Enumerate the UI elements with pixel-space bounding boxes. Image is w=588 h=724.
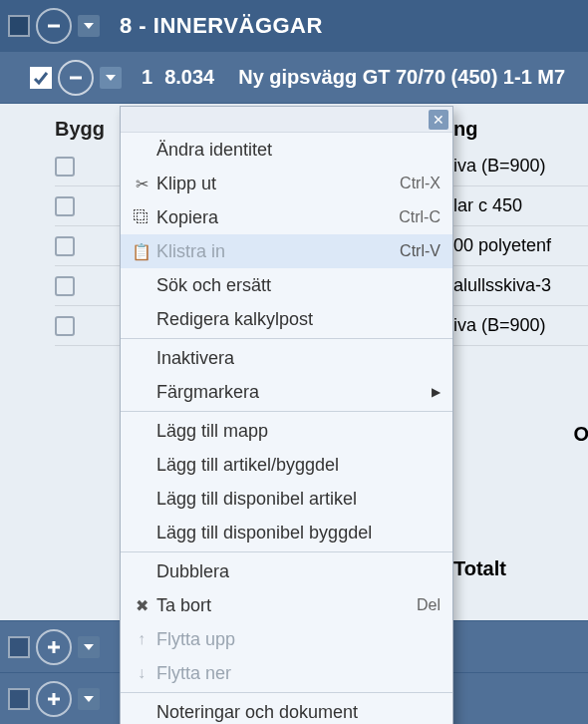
chevron-down-icon xyxy=(106,73,116,83)
menu-item-label: Noteringar och dokument xyxy=(156,702,441,723)
menu-item-shortcut: Ctrl-C xyxy=(399,208,441,226)
check-icon xyxy=(33,70,49,86)
right-cell: iva (B=900) xyxy=(453,306,588,346)
row-checkbox[interactable] xyxy=(55,276,75,296)
menu-item-label: Klistra in xyxy=(156,241,390,262)
summary-total: Totalt xyxy=(453,557,588,580)
svg-marker-3 xyxy=(106,75,116,81)
expand-button[interactable] xyxy=(36,629,72,665)
column-header-right: ng xyxy=(453,112,588,147)
menu-item-label: Färgmarkera xyxy=(156,382,432,403)
plus-icon xyxy=(45,690,63,708)
context-menu-titlebar: ✕ xyxy=(121,107,452,133)
context-menu: ✕ Ändra identitet✂Klipp utCtrl-X⿻Kopiera… xyxy=(120,106,453,724)
collapse-button[interactable] xyxy=(36,8,72,44)
close-button[interactable]: ✕ xyxy=(429,110,448,130)
close-icon: ✕ xyxy=(433,112,444,128)
submenu-arrow-icon: ▶ xyxy=(432,385,441,399)
context-menu-item[interactable]: ✖Ta bortDel xyxy=(121,588,452,622)
context-menu-item[interactable]: Lägg till artikel/byggdel xyxy=(121,448,452,482)
menu-item-label: Lägg till mapp xyxy=(156,421,441,442)
menu-item-label: Klipp ut xyxy=(156,174,390,194)
footer-checkbox[interactable] xyxy=(8,636,30,658)
footer-dropdown[interactable] xyxy=(78,636,100,658)
summary-o: O xyxy=(453,423,588,446)
menu-item-label: Ta bort xyxy=(156,595,407,616)
item-description: Ny gipsvägg GT 70/70 (450) 1-1 M7 xyxy=(238,66,565,89)
menu-item-icon: ✖ xyxy=(127,596,156,615)
menu-item-label: Lägg till disponibel artikel xyxy=(156,489,441,510)
chevron-down-icon xyxy=(84,694,94,704)
context-menu-item: 📋Klistra inCtrl-V xyxy=(121,234,452,268)
svg-marker-1 xyxy=(84,23,94,29)
menu-item-label: Flytta ner xyxy=(156,663,441,684)
menu-item-icon: ↓ xyxy=(127,664,156,682)
context-menu-item[interactable]: Redigera kalkylpost xyxy=(121,302,452,336)
context-menu-item[interactable]: ✂Klipp utCtrl-X xyxy=(121,167,452,200)
footer-checkbox[interactable] xyxy=(8,688,30,710)
context-menu-item[interactable]: Inaktivera xyxy=(121,341,452,375)
header-checkbox[interactable] xyxy=(8,15,30,37)
context-menu-item[interactable]: Lägg till disponibel artikel xyxy=(121,482,452,516)
row-checkbox[interactable] xyxy=(55,316,75,336)
menu-separator xyxy=(121,551,452,552)
menu-item-label: Ändra identitet xyxy=(156,140,441,161)
context-menu-item[interactable]: Dubblera xyxy=(121,554,452,588)
context-menu-item[interactable]: Noteringar och dokument xyxy=(121,695,452,724)
context-menu-item: ↑Flytta upp xyxy=(121,622,452,656)
menu-item-icon: 📋 xyxy=(127,242,156,261)
item-number: 1 xyxy=(142,66,152,89)
right-cell: iva (B=900) xyxy=(453,147,588,186)
context-menu-item: ↓Flytta ner xyxy=(121,656,452,690)
menu-item-label: Redigera kalkylpost xyxy=(156,309,441,330)
expand-button[interactable] xyxy=(36,681,72,717)
menu-separator xyxy=(121,338,452,339)
context-menu-item[interactable]: Lägg till disponibel byggdel xyxy=(121,516,452,549)
menu-separator xyxy=(121,411,452,412)
menu-item-icon: ⿻ xyxy=(127,208,156,226)
menu-item-shortcut: Ctrl-X xyxy=(400,175,441,192)
context-menu-item[interactable]: Färgmarkera▶ xyxy=(121,375,452,409)
svg-marker-9 xyxy=(84,696,94,702)
menu-item-label: Lägg till disponibel byggdel xyxy=(156,523,441,543)
item-collapse-button[interactable] xyxy=(58,60,94,96)
menu-item-shortcut: Del xyxy=(417,596,441,614)
right-column: ng iva (B=900) lar c 450 00 polyetenf al… xyxy=(453,112,588,346)
context-menu-item[interactable]: Ändra identitet xyxy=(121,133,452,167)
menu-item-shortcut: Ctrl-V xyxy=(400,242,441,260)
chevron-down-icon xyxy=(84,642,94,652)
item-dropdown[interactable] xyxy=(100,67,122,89)
context-menu-item[interactable]: ⿻KopieraCtrl-C xyxy=(121,200,452,234)
menu-item-icon: ✂ xyxy=(127,175,156,193)
plus-icon xyxy=(45,638,63,656)
footer-dropdown[interactable] xyxy=(78,688,100,710)
context-menu-item[interactable]: Lägg till mapp xyxy=(121,414,452,448)
chevron-down-icon xyxy=(84,21,94,31)
menu-item-label: Flytta upp xyxy=(156,629,441,650)
header-dropdown[interactable] xyxy=(78,15,100,37)
right-cell: lar c 450 xyxy=(453,186,588,226)
context-menu-item[interactable]: Sök och ersätt xyxy=(121,268,452,302)
right-cell: 00 polyetenf xyxy=(453,226,588,266)
right-cell: alullsskiva-3 xyxy=(453,266,588,306)
row-checkbox[interactable] xyxy=(55,157,75,177)
row-checkbox[interactable] xyxy=(55,196,75,216)
menu-item-label: Kopiera xyxy=(156,207,389,228)
row-checkbox[interactable] xyxy=(55,236,75,256)
menu-separator xyxy=(121,692,452,693)
minus-icon xyxy=(67,69,85,87)
section-header: 8 - INNERVÄGGAR xyxy=(0,0,588,52)
item-header: 1 8.034 Ny gipsvägg GT 70/70 (450) 1-1 M… xyxy=(0,52,588,104)
menu-item-label: Inaktivera xyxy=(156,348,441,369)
section-title: 8 - INNERVÄGGAR xyxy=(120,13,323,39)
item-code: 8.034 xyxy=(164,66,214,89)
minus-icon xyxy=(45,17,63,35)
menu-item-label: Dubblera xyxy=(156,561,441,582)
menu-item-icon: ↑ xyxy=(127,630,156,648)
menu-item-label: Sök och ersätt xyxy=(156,275,441,296)
item-checkbox-checked[interactable] xyxy=(30,67,52,89)
svg-marker-6 xyxy=(84,644,94,650)
menu-item-label: Lägg till artikel/byggdel xyxy=(156,455,441,476)
